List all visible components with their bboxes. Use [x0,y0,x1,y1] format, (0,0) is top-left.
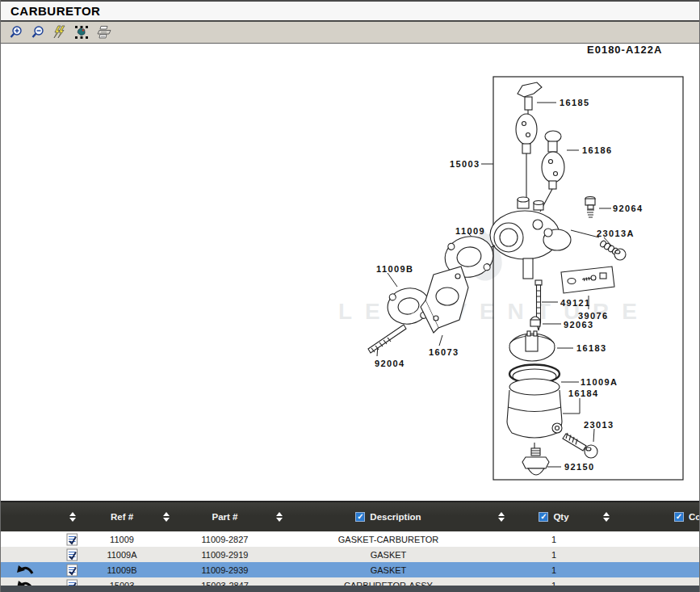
table-row[interactable]: 11009A11009-2919GASKET1 [1,547,699,562]
part-label-16073[interactable]: 16073 [429,347,459,357]
arrow-cell [1,547,51,562]
co-cell [622,547,699,562]
parts-list-icon[interactable] [51,562,94,577]
column-header-ref: Ref # [94,512,150,522]
part-cell: 11009-2827 [182,531,267,547]
qty-cell: 1 [518,531,590,547]
column-header-co: ✓ Co [622,512,699,522]
part-label-11009A[interactable]: 11009A [581,377,618,387]
spacer [150,531,182,547]
part-label-92063[interactable]: 92063 [564,320,594,330]
sort-control[interactable] [603,512,610,522]
zoom-in-icon[interactable] [8,24,24,40]
parts-list-icon[interactable] [51,547,94,562]
part-label-92064[interactable]: 92064 [613,204,643,213]
part-cell: 11009-2919 [182,547,267,562]
column-header-part: Part # [182,512,267,522]
spacer [485,547,518,562]
spacer [267,562,291,577]
table-row[interactable]: 11009B11009-2939GASKET1 [1,562,699,577]
spacer [485,531,518,547]
sort-control[interactable] [163,512,170,522]
part-label-23013[interactable]: 23013 [584,420,614,430]
part-label-16186[interactable]: 16186 [582,145,613,155]
spacer [590,562,622,577]
ref-cell: 11009B [94,562,150,577]
sort-control[interactable] [498,512,505,522]
column-header-description: ✓ Description [291,512,485,522]
exploded-diagram: LEADVENTURE [1,44,699,502]
part-label-49121[interactable]: 49121 [560,298,591,308]
bottom-bar [1,586,699,592]
ref-cell: 11009A [94,547,150,562]
qty-checkbox[interactable]: ✓ [539,512,548,522]
part-label-16185[interactable]: 16185 [560,98,590,107]
part-label-23013A[interactable]: 23013A [597,229,635,238]
ref-cell: 11009 [94,531,150,547]
table-rows: 1100911009-2827GASKET-CARBURETOR111009A1… [1,531,699,592]
diagram-code: E0180-A122A [587,44,662,56]
part-label-11009[interactable]: 11009 [455,226,485,236]
sort-control[interactable] [276,512,283,522]
page-title: CARBURETOR [10,4,100,18]
title-bar: CARBURETOR [1,2,699,22]
part-label-92150[interactable]: 92150 [564,462,595,472]
co-cell [622,531,699,547]
zoom-out-icon[interactable] [30,24,46,40]
description-cell: GASKET [291,562,485,577]
description-cell: GASKET-CARBURETOR [291,531,485,547]
part-label-92004[interactable]: 92004 [375,359,405,368]
table-row[interactable]: 1100911009-2827GASKET-CARBURETOR1 [1,531,699,547]
co-cell [622,562,699,577]
spacer [590,531,622,547]
description-cell: GASKET [291,547,485,562]
sort-control[interactable] [69,512,76,522]
hotspots-icon[interactable] [52,24,68,40]
part-label-16184[interactable]: 16184 [568,388,599,398]
part-label-11009B[interactable]: 11009B [376,264,413,274]
part-cell: 11009-2939 [182,562,267,577]
part-label-15003[interactable]: 15003 [450,159,480,169]
qty-cell: 1 [518,547,590,562]
spacer [150,547,182,562]
arrow-cell [1,531,51,547]
spacer [590,547,622,562]
description-checkbox[interactable]: ✓ [355,512,365,522]
parts-list-icon[interactable] [51,531,94,547]
diagram-viewport: LEADVENTURE [1,44,699,502]
column-header-qty: ✓ Qty [518,512,590,522]
spacer [485,562,518,577]
qty-cell: 1 [518,562,590,577]
table-body: 1100911009-2827GASKET-CARBURETOR111009A1… [1,531,699,592]
part-label-16183[interactable]: 16183 [576,343,607,353]
spacer [267,531,291,547]
table-header: Ref # Part # ✓ Description ✓ Qty ✓ Co [1,502,699,531]
undo-arrow-icon[interactable] [1,562,51,577]
parts-catalog-window: CARBURETOR [0,0,700,592]
toolbar [1,22,699,44]
spacer [267,547,291,562]
select-image-icon[interactable] [73,24,90,40]
print-icon[interactable] [95,24,111,40]
spacer [150,562,182,577]
co-checkbox[interactable]: ✓ [674,512,684,522]
